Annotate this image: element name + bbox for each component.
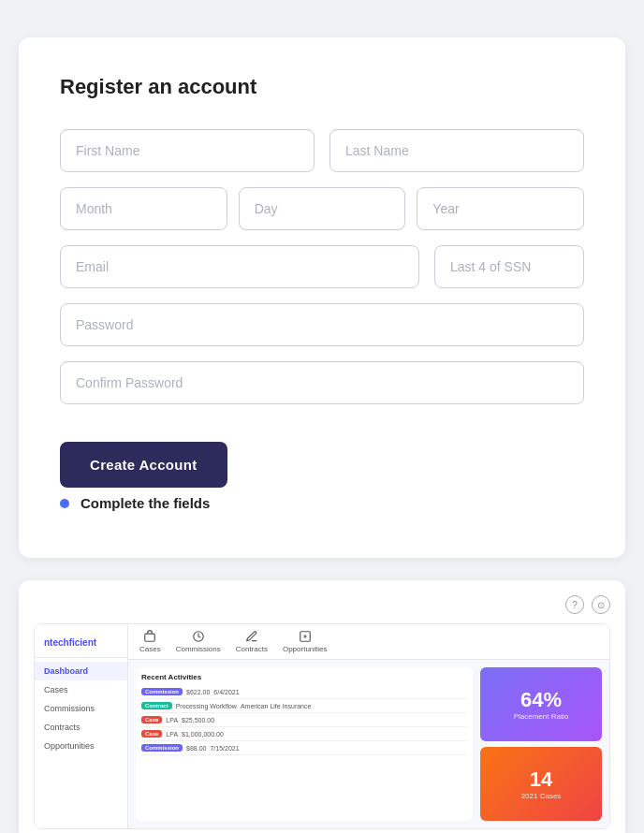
confirm-password-row [60,361,584,404]
badge-commission-1: Commission [141,688,183,695]
ssn-input[interactable] [434,245,584,288]
page-container: Register an account [19,37,625,833]
ssn-field [434,245,584,288]
dash-nav-dashboard[interactable]: Dashboard [35,662,127,680]
registration-card: Register an account [19,37,625,558]
create-account-button[interactable]: Create Account [60,442,227,488]
contracts-nav-icon[interactable]: Contracts [236,630,268,653]
day-input[interactable] [239,187,406,230]
cases-2021-card: 14 2021 Cases [480,747,602,821]
dash-main: Cases Commissions Contracts Opportunitie… [128,624,609,828]
validation-dot-icon [60,499,69,508]
dash-logo: ntechficient [35,632,127,658]
badge-case-1: Case [141,716,162,723]
cases-2021-value: 14 [530,767,552,792]
activity-panel: Recent Activities Commission $622.00 6/4… [136,667,473,821]
year-input[interactable] [417,187,584,230]
opportunities-nav-icon[interactable]: Opportunities [283,630,328,653]
last-name-field [329,129,584,172]
month-field [60,187,227,230]
page-title: Register an account [60,75,584,99]
email-input[interactable] [60,245,419,288]
password-input[interactable] [60,303,584,346]
dash-content: Recent Activities Commission $622.00 6/4… [128,660,609,828]
year-field [417,187,584,230]
dash-nav-opportunities[interactable]: Opportunities [35,737,127,755]
confirm-password-input[interactable] [60,361,584,404]
dob-row [60,187,584,230]
validation-message: Complete the fields [80,495,210,511]
commissions-nav-icon[interactable]: Commissions [176,630,221,653]
help-icon[interactable]: ? [565,595,584,614]
password-row [60,303,584,346]
svg-rect-0 [145,634,155,641]
preview-icons-row: ? ⊙ [34,595,610,614]
stats-panel: 64% Placement Ratio 14 2021 Cases [480,667,602,821]
dash-nav-cases[interactable]: Cases [35,680,127,699]
activity-title: Recent Activities [141,673,467,681]
badge-case-2: Case [141,730,162,738]
last-name-input[interactable] [329,129,584,172]
name-row [60,129,584,172]
placement-ratio-value: 64% [520,688,562,712]
day-field [239,187,406,230]
activity-row-5: Commission $88.00 7/15/2021 [141,741,467,755]
dash-nav-contracts[interactable]: Contracts [35,718,127,737]
settings-icon[interactable]: ⊙ [592,595,610,614]
email-field [60,245,419,288]
cases-nav-icon[interactable]: Cases [139,630,161,653]
validation-row: Complete the fields [60,495,584,511]
dashboard-preview-card: ? ⊙ ntechficient Dashboard Cases Commiss… [19,580,625,833]
placement-ratio-label: Placement Ratio [514,712,569,721]
first-name-field [60,129,315,172]
placement-ratio-card: 64% Placement Ratio [480,667,602,741]
badge-commission-2: Commission [141,744,183,752]
dash-nav-commissions[interactable]: Commissions [35,699,127,718]
badge-contract: Contract [141,702,172,709]
dashboard-preview: ntechficient Dashboard Cases Commissions… [34,623,610,829]
dash-sidebar: ntechficient Dashboard Cases Commissions… [35,624,128,828]
activity-row-4: Case LPA $1,000,000.00 [141,727,467,741]
first-name-input[interactable] [60,129,315,172]
month-input[interactable] [60,187,227,230]
dash-top-nav: Cases Commissions Contracts Opportunitie… [128,624,609,660]
activity-row-1: Commission $622.00 6/4/2021 [141,685,467,699]
email-ssn-row [60,245,584,288]
activity-row-3: Case LPA $25,500.00 [141,713,467,727]
cases-2021-label: 2021 Cases [521,792,562,800]
activity-row-2: Contract Processing Workflow American Li… [141,699,467,713]
